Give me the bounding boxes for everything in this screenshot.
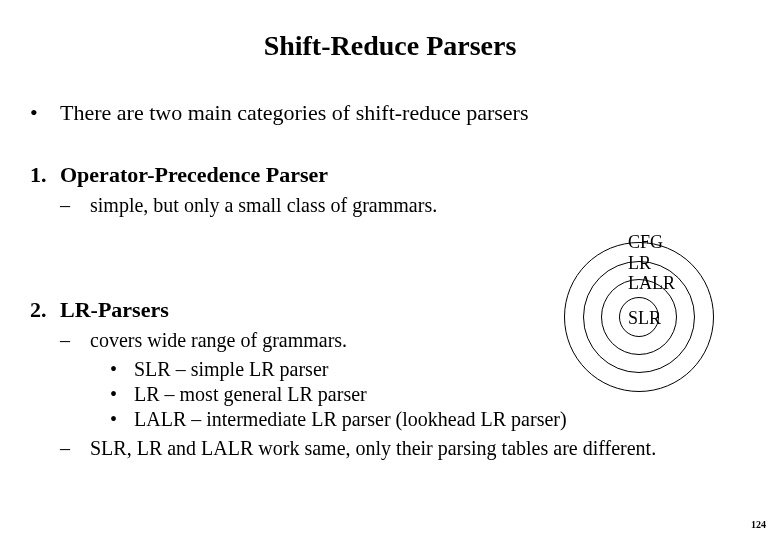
page-number: 124 xyxy=(751,519,766,530)
intro-text: There are two main categories of shift-r… xyxy=(60,100,529,126)
item-2-sub1c-row: • LALR – intermediate LR parser (lookhea… xyxy=(20,408,760,431)
item-1-sub-row: – simple, but only a small class of gram… xyxy=(20,194,760,217)
label-lr: LR xyxy=(628,253,675,274)
label-slr: SLR xyxy=(628,308,661,329)
intro-bullet-row: • There are two main categories of shift… xyxy=(20,100,760,126)
label-lalr: LALR xyxy=(628,273,675,294)
item-2-heading: LR-Parsers xyxy=(60,297,169,323)
bullet-icon: • xyxy=(110,408,134,431)
dash-icon: – xyxy=(60,194,90,217)
label-cfg: CFG xyxy=(628,232,675,253)
bullet-icon: • xyxy=(110,383,134,406)
slide-title: Shift-Reduce Parsers xyxy=(20,30,760,62)
item-2-sub1c-text: LALR – intermediate LR parser (lookhead … xyxy=(134,408,567,431)
dash-icon: – xyxy=(60,329,90,352)
item-2-sub2-text: SLR, LR and LALR work same, only their p… xyxy=(90,437,656,460)
item-2-sub2-row: – SLR, LR and LALR work same, only their… xyxy=(20,437,760,460)
diagram-labels-top: CFG LR LALR xyxy=(628,232,675,294)
grammar-hierarchy-diagram: CFG LR LALR SLR xyxy=(554,232,724,402)
item-2-sub1-text: covers wide range of grammars. xyxy=(90,329,347,352)
bullet-icon: • xyxy=(30,100,60,126)
item-2-sub1b-text: LR – most general LR parser xyxy=(134,383,367,406)
bullet-icon: • xyxy=(110,358,134,381)
item-2-sub1a-text: SLR – simple LR parser xyxy=(134,358,328,381)
item-1-row: 1. Operator-Precedence Parser xyxy=(20,162,760,188)
item-1-heading: Operator-Precedence Parser xyxy=(60,162,328,188)
dash-icon: – xyxy=(60,437,90,460)
item-1-number: 1. xyxy=(30,162,60,188)
item-1-sub-text: simple, but only a small class of gramma… xyxy=(90,194,437,217)
item-2-number: 2. xyxy=(30,297,60,323)
